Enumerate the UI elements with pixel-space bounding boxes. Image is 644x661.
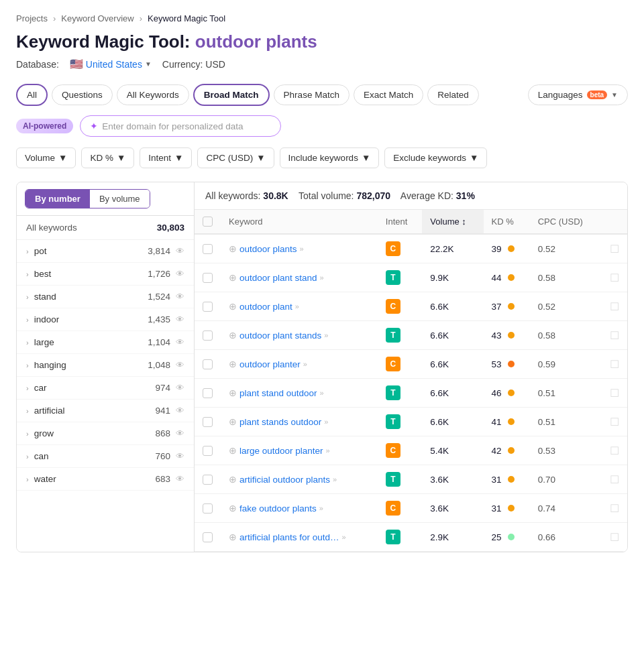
keyword-link[interactable]: ⊕ outdoor plant » [229, 301, 370, 312]
filter-intent[interactable]: Intent ▼ [140, 147, 192, 168]
keyword-link[interactable]: ⊕ plant stand outdoor » [229, 387, 370, 398]
row-checkbox[interactable] [203, 532, 213, 542]
row-checkbox[interactable] [203, 475, 213, 485]
add-button[interactable]: ☐ [610, 387, 619, 400]
row-checkbox[interactable] [203, 446, 213, 456]
keyword-arrows: » [320, 274, 324, 282]
plus-icon: ⊕ [229, 474, 237, 485]
sidebar-item[interactable]: › stand 1,524 👁 [17, 286, 194, 308]
sidebar-eye-icon[interactable]: 👁 [176, 451, 184, 461]
tab-phrase-match[interactable]: Phrase Match [274, 84, 350, 105]
row-checkbox[interactable] [203, 417, 213, 427]
database-country-link[interactable]: 🇺🇸 United States ▼ [70, 58, 152, 70]
sidebar-item-count: 941 [155, 406, 170, 416]
keyword-link[interactable]: ⊕ fake outdoor plants » [229, 503, 370, 514]
add-button[interactable]: ☐ [610, 473, 619, 486]
sidebar-item[interactable]: › indoor 1,435 👁 [17, 308, 194, 331]
intent-badge: T [386, 270, 400, 285]
filter-cpc[interactable]: CPC (USD) ▼ [197, 147, 274, 168]
add-button[interactable]: ☐ [610, 416, 619, 428]
sidebar-item[interactable]: › pot 3,814 👁 [17, 240, 194, 263]
keyword-link[interactable]: ⊕ outdoor plants » [229, 243, 370, 254]
keyword-link[interactable]: ⊕ outdoor plant stands » [229, 330, 370, 341]
tab-languages[interactable]: Languages beta ▼ [528, 84, 628, 105]
tab-questions[interactable]: Questions [52, 84, 113, 105]
sidebar-eye-icon[interactable]: 👁 [176, 360, 184, 370]
td-cpc: 0.58 [530, 263, 602, 292]
sidebar-item[interactable]: › car 974 👁 [17, 377, 194, 400]
keyword-link[interactable]: ⊕ artificial plants for outd… » [229, 532, 370, 542]
td-volume: 22.2K [422, 234, 483, 263]
toggle-by-volume[interactable]: By volume [90, 190, 150, 208]
sidebar-eye-icon[interactable]: 👁 [176, 292, 184, 302]
td-intent: C [378, 234, 423, 263]
plus-icon: ⊕ [229, 532, 237, 542]
td-intent: T [378, 408, 423, 436]
sidebar-eye-icon[interactable]: 👁 [176, 474, 184, 484]
filter-include-keywords[interactable]: Include keywords ▼ [280, 147, 380, 168]
intent-badge: C [386, 299, 400, 314]
filter-volume[interactable]: Volume ▼ [16, 147, 76, 168]
table-header-row: Keyword Intent Volume ↕ KD % CPC (USD) [195, 210, 627, 234]
sidebar-eye-icon[interactable]: 👁 [176, 428, 184, 438]
row-checkbox[interactable] [203, 359, 213, 369]
add-button[interactable]: ☐ [610, 243, 619, 255]
filter-kd[interactable]: KD % ▼ [81, 147, 134, 168]
th-volume[interactable]: Volume ↕ [422, 210, 483, 234]
volume-value: 2.9K [430, 532, 449, 542]
row-checkbox[interactable] [203, 302, 213, 312]
td-cpc: 0.52 [530, 234, 602, 263]
sidebar-item[interactable]: › can 760 👁 [17, 445, 194, 468]
sidebar-chevron: › [26, 316, 29, 324]
td-keyword: ⊕ outdoor plants » [221, 234, 378, 263]
sidebar-item[interactable]: › water 683 👁 [17, 468, 194, 491]
tab-all-keywords[interactable]: All Keywords [117, 84, 189, 105]
add-button[interactable]: ☐ [610, 272, 619, 284]
row-checkbox[interactable] [203, 244, 213, 254]
tab-all[interactable]: All [16, 84, 48, 106]
sidebar-item[interactable]: › hanging 1,048 👁 [17, 354, 194, 377]
td-cpc: 0.70 [530, 465, 602, 494]
keyword-link[interactable]: ⊕ outdoor plant stand » [229, 272, 370, 283]
sidebar-eye-icon[interactable]: 👁 [176, 314, 184, 324]
keyword-link[interactable]: ⊕ large outdoor planter » [229, 445, 370, 456]
keyword-arrows: » [319, 504, 323, 512]
add-button[interactable]: ☐ [610, 329, 619, 342]
keyword-link[interactable]: ⊕ plant stands outdoor » [229, 416, 370, 427]
sidebar-eye-icon[interactable]: 👁 [176, 246, 184, 256]
row-checkbox[interactable] [203, 273, 213, 283]
sidebar-eye-icon[interactable]: 👁 [176, 337, 184, 347]
select-all-checkbox[interactable] [203, 217, 213, 227]
add-button[interactable]: ☐ [610, 444, 619, 457]
sidebar-item[interactable]: › artificial 941 👁 [17, 400, 194, 422]
tab-broad-match[interactable]: Broad Match [193, 84, 270, 106]
sidebar-eye-icon[interactable]: 👁 [176, 406, 184, 416]
toggle-by-number[interactable]: By number [25, 190, 90, 208]
sidebar-eye-icon[interactable]: 👁 [176, 383, 184, 393]
tab-related[interactable]: Related [427, 84, 479, 105]
page-title: Keyword Magic Tool: outdoor plants [16, 32, 628, 52]
td-volume: 3.6K [422, 465, 483, 494]
tab-exact-match[interactable]: Exact Match [354, 84, 423, 105]
add-button[interactable]: ☐ [610, 358, 619, 371]
sidebar-item[interactable]: › grow 868 👁 [17, 422, 194, 445]
sidebar-eye-icon[interactable]: 👁 [176, 269, 184, 279]
ai-domain-input[interactable]: ✦ Enter domain for personalized data [80, 115, 281, 137]
row-checkbox[interactable] [203, 503, 213, 514]
keyword-link[interactable]: ⊕ outdoor planter » [229, 359, 370, 369]
add-button[interactable]: ☐ [610, 502, 619, 515]
breadcrumb-keyword-overview[interactable]: Keyword Overview [61, 13, 133, 23]
keyword-link[interactable]: ⊕ artificial outdoor plants » [229, 474, 370, 485]
sidebar-toggle: By number By volume [25, 189, 150, 208]
row-checkbox[interactable] [203, 330, 213, 341]
cpc-value: 0.74 [538, 503, 555, 514]
sidebar-chevron: › [26, 384, 29, 392]
add-button[interactable]: ☐ [610, 531, 619, 544]
row-checkbox[interactable] [203, 388, 213, 398]
filter-exclude-keywords[interactable]: Exclude keywords ▼ [384, 147, 487, 168]
filter-cpc-arrow: ▼ [256, 153, 265, 163]
breadcrumb-projects[interactable]: Projects [16, 13, 48, 23]
sidebar-item[interactable]: › best 1,726 👁 [17, 263, 194, 286]
add-button[interactable]: ☐ [610, 300, 619, 313]
sidebar-item[interactable]: › large 1,104 👁 [17, 331, 194, 354]
